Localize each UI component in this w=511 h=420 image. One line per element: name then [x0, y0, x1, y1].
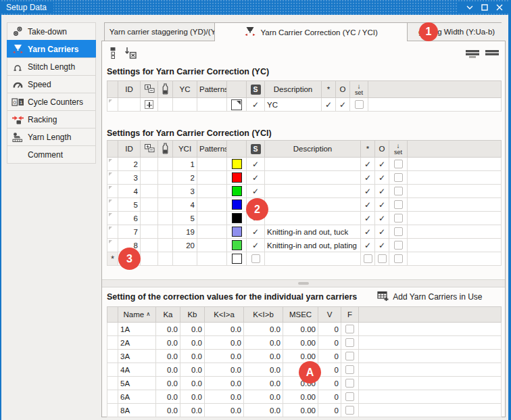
- checkbox[interactable]: [394, 187, 403, 195]
- cell-expand[interactable]: [141, 225, 158, 239]
- row-header-cell[interactable]: [107, 363, 118, 377]
- cell-expand[interactable]: [141, 198, 158, 212]
- cell-color[interactable]: [227, 198, 247, 212]
- cell-value[interactable]: 0.0: [205, 377, 244, 390]
- cell-value[interactable]: 0.0: [205, 363, 244, 377]
- cell-o[interactable]: ✓: [375, 239, 389, 252]
- cell-id[interactable]: 3: [118, 171, 141, 185]
- cell-marker[interactable]: [158, 171, 173, 185]
- cell-key[interactable]: 2: [173, 171, 197, 185]
- cell-value[interactable]: 0.0: [244, 390, 283, 404]
- cell-star[interactable]: ✓: [361, 198, 375, 212]
- color-swatch[interactable]: [232, 240, 242, 250]
- cell-description[interactable]: [265, 185, 361, 198]
- row-header-cell[interactable]: [107, 225, 118, 239]
- color-swatch[interactable]: [232, 186, 242, 196]
- cell-value[interactable]: 0.0: [180, 390, 205, 404]
- row-header-cell[interactable]: [107, 336, 118, 350]
- cell-color[interactable]: [227, 98, 247, 112]
- cell-description[interactable]: Knitting-in and out, plating: [265, 239, 361, 252]
- cell-s[interactable]: ✓: [247, 185, 265, 198]
- cell-set[interactable]: [389, 185, 408, 198]
- cell-value[interactable]: 0.0: [156, 377, 180, 390]
- cell-value[interactable]: 0.0: [244, 350, 283, 363]
- cell-marker[interactable]: [158, 185, 173, 198]
- checkbox[interactable]: [394, 200, 403, 209]
- cell-marker[interactable]: [158, 252, 173, 266]
- section-splitter[interactable]: [102, 279, 505, 287]
- cell-value[interactable]: 0.00: [283, 390, 318, 404]
- cell-value[interactable]: 0.0: [244, 336, 283, 350]
- sidebar-item-cycle-counters[interactable]: 01Cycle Counters: [7, 93, 96, 111]
- checkbox[interactable]: [345, 325, 354, 333]
- cell-name[interactable]: 1A: [118, 323, 156, 336]
- cell-set[interactable]: [389, 252, 408, 266]
- sidebar-item-yarn-carriers[interactable]: Yarn Carriers: [7, 40, 96, 58]
- cell-value[interactable]: 0.0: [180, 323, 205, 336]
- cell-key[interactable]: [173, 98, 197, 112]
- cell-o[interactable]: ✓: [375, 171, 389, 185]
- cell-value[interactable]: 0: [318, 323, 341, 336]
- cell-value[interactable]: 0.00: [283, 350, 318, 363]
- row-layout-flat-icon[interactable]: [485, 49, 500, 58]
- checkbox[interactable]: [345, 352, 354, 360]
- cell-star[interactable]: ✓: [361, 212, 375, 225]
- row-header-cell[interactable]: *: [107, 252, 118, 266]
- close-icon[interactable]: [493, 1, 506, 14]
- row-header-cell[interactable]: [107, 239, 118, 252]
- cell-color[interactable]: [227, 171, 247, 185]
- row-header-cell[interactable]: [107, 377, 118, 390]
- cell-value[interactable]: 0.0: [180, 377, 205, 390]
- checkbox[interactable]: [394, 227, 403, 236]
- row-header-cell[interactable]: [107, 171, 118, 185]
- cell-value[interactable]: 0.0: [180, 404, 205, 417]
- color-swatch[interactable]: [232, 159, 242, 169]
- cell-value[interactable]: 0.0: [180, 350, 205, 363]
- cell-description[interactable]: [265, 252, 361, 266]
- cell-name[interactable]: 3A: [118, 350, 156, 363]
- maximize-icon[interactable]: [479, 1, 491, 14]
- row-header-cell[interactable]: [107, 185, 118, 198]
- cell-value[interactable]: 0: [318, 363, 341, 377]
- color-swatch[interactable]: [232, 200, 242, 210]
- cell-value[interactable]: 0: [318, 404, 341, 417]
- cell-marker[interactable]: [158, 225, 173, 239]
- cell-value[interactable]: 0.0: [205, 404, 244, 417]
- sidebar-item-speed[interactable]: Speed: [7, 75, 96, 93]
- cell-value[interactable]: 0: [318, 377, 341, 390]
- checkbox[interactable]: [345, 379, 354, 388]
- sidebar-item-yarn-length[interactable]: Yarn Length: [7, 128, 96, 146]
- row-header-cell[interactable]: [107, 212, 118, 225]
- checkbox[interactable]: [394, 241, 403, 250]
- cell-value[interactable]: 0.0: [156, 363, 180, 377]
- color-swatch[interactable]: [232, 227, 242, 237]
- cell-patterns[interactable]: [197, 158, 227, 171]
- cell-patterns[interactable]: [197, 171, 227, 185]
- cell-marker[interactable]: [158, 239, 173, 252]
- column-filter-icon[interactable]: [109, 47, 117, 60]
- sidebar-item-stitch-length[interactable]: Stitch Length: [7, 57, 96, 76]
- cell-marker[interactable]: [158, 212, 173, 225]
- cell-id[interactable]: 6: [118, 212, 141, 225]
- cell-patterns[interactable]: [197, 185, 227, 198]
- cell-value[interactable]: 0.0: [180, 336, 205, 350]
- cell-star[interactable]: ✓: [361, 225, 375, 239]
- tab-yarn-carrier-correction-yc-yci[interactable]: Yarn Carrier Correction (YC / YCI): [214, 22, 408, 41]
- cell-f[interactable]: [341, 350, 359, 363]
- cell-star[interactable]: ✓: [361, 171, 375, 185]
- cell-set[interactable]: [389, 239, 408, 252]
- cell-star[interactable]: ✓: [361, 158, 375, 171]
- cell-value[interactable]: 0.0: [205, 390, 244, 404]
- color-swatch[interactable]: [232, 172, 242, 183]
- cell-star[interactable]: ✓: [322, 98, 336, 112]
- cell-o[interactable]: ✓: [375, 225, 389, 239]
- checkbox[interactable]: [345, 338, 354, 347]
- cell-set[interactable]: [389, 212, 408, 225]
- row-header-cell[interactable]: [107, 404, 118, 417]
- cell-value[interactable]: 0.0: [156, 336, 180, 350]
- cell-key[interactable]: 5: [173, 212, 197, 225]
- cell-value[interactable]: 0.0: [244, 323, 283, 336]
- row-layout-multi-icon[interactable]: [466, 49, 480, 58]
- cell-f[interactable]: [341, 377, 359, 390]
- cell-star[interactable]: ✓: [361, 239, 375, 252]
